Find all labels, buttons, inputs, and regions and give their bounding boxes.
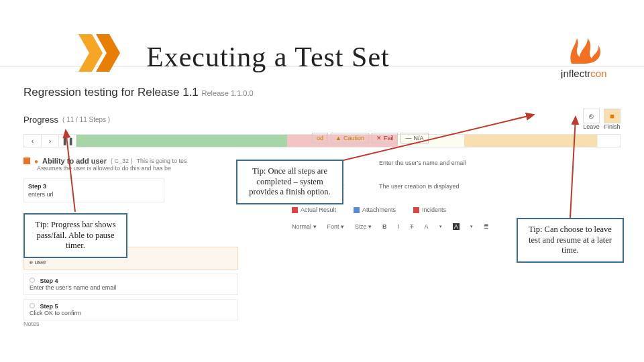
brand-text-1: nflectr xyxy=(563,68,590,79)
leave-button[interactable]: ⎋ xyxy=(583,109,600,123)
progress-label: Progress xyxy=(23,115,58,125)
tab-actual-result[interactable]: Actual Result xyxy=(292,206,336,213)
regression-title-row: Regression testing for Release 1.1 Relea… xyxy=(23,86,621,99)
progress-count: ( 11 / 11 Steps ) xyxy=(62,116,110,123)
pause-button[interactable]: ❚❚ xyxy=(59,135,76,147)
finish-button[interactable]: ■ xyxy=(604,109,621,123)
disposition-na[interactable]: — N/A xyxy=(400,133,428,143)
slide-title: Executing a Test Set xyxy=(146,41,390,73)
tab-attachments[interactable]: Attachments xyxy=(354,206,396,213)
prev-step-button[interactable]: ‹ xyxy=(24,135,42,147)
case-flag-icon xyxy=(23,158,30,164)
tb-bold[interactable]: B xyxy=(382,223,387,230)
disposition-row: od ▲ Caution ✕ Fail — N/A xyxy=(312,133,429,143)
case-title: Ability to add user xyxy=(42,157,107,165)
tb-list[interactable]: ≣ xyxy=(484,223,489,230)
step-line: enters url xyxy=(28,191,160,198)
brand-text-2: con xyxy=(590,68,606,79)
tb-italic[interactable]: I xyxy=(398,223,400,230)
brand-logo: inflectrcon xyxy=(543,34,624,82)
current-step-box: Step 3 enters url xyxy=(23,178,164,202)
step-status-icon xyxy=(30,303,35,308)
finish-icon: ■ xyxy=(610,112,614,120)
tab-incidents[interactable]: Incidents xyxy=(413,206,446,213)
step-item-5[interactable]: Step 5 Click OK to confirm xyxy=(23,299,238,320)
tb-strike[interactable]: T xyxy=(410,223,414,230)
disposition-caution[interactable]: ▲ Caution xyxy=(331,133,369,143)
segment-caution xyxy=(464,135,597,147)
step-title: Step 3 xyxy=(28,183,160,190)
tb-textcolor[interactable]: A xyxy=(425,223,429,230)
case-id: ( C_32 ) xyxy=(111,158,133,164)
segment-pass xyxy=(76,135,287,147)
progress-row: Progress ( 11 / 11 Steps ) ⎋ Leave ■ Fin… xyxy=(23,109,621,130)
tip-leave-resume: Tip: Can choose to leave test and resume… xyxy=(517,218,624,263)
tip-finish-option: Tip: Once all steps are completed – syst… xyxy=(236,160,343,204)
editor-toolbar: Normal ▾ Font ▾ Size ▾ B I T A▾ A▾ ≣ xyxy=(292,223,489,230)
step-list: Step 3 e user Step 4 Enter the user's na… xyxy=(23,247,238,324)
result-tabs: Actual Result Attachments Incidents xyxy=(292,206,446,213)
disposition-fail[interactable]: ✕ Fail xyxy=(372,133,398,143)
slide-header: Executing a Test Set inflectrcon xyxy=(0,17,644,67)
finish-label: Finish xyxy=(604,123,621,130)
case-desc: This is going to tes xyxy=(137,158,187,164)
step-status-icon xyxy=(30,278,35,283)
tip-progress-bar: Tip: Progress bar shows pass/fail. Able … xyxy=(23,213,127,258)
leave-icon: ⎋ xyxy=(589,112,594,120)
step-item-4[interactable]: Step 4 Enter the user's name and email xyxy=(23,274,238,295)
tb-font[interactable]: Font ▾ xyxy=(327,223,345,230)
tb-bgcolor[interactable]: A xyxy=(453,223,460,230)
segment-empty xyxy=(597,135,620,147)
leave-label: Leave xyxy=(583,123,600,130)
regression-title: Regression testing for Release 1.1 xyxy=(23,86,199,99)
step-description: Enter the user's name and email xyxy=(379,160,466,166)
release-label: Release 1.1.0.0 xyxy=(202,89,254,97)
tb-style[interactable]: Normal ▾ xyxy=(292,223,317,230)
expected-value: The user creation is displayed xyxy=(379,183,460,190)
notes-label: Notes xyxy=(23,320,40,327)
tb-size[interactable]: Size ▾ xyxy=(355,223,372,230)
chevron-logo xyxy=(77,34,121,72)
disposition-blocked[interactable]: od xyxy=(312,133,328,143)
next-step-button[interactable]: › xyxy=(42,135,59,147)
